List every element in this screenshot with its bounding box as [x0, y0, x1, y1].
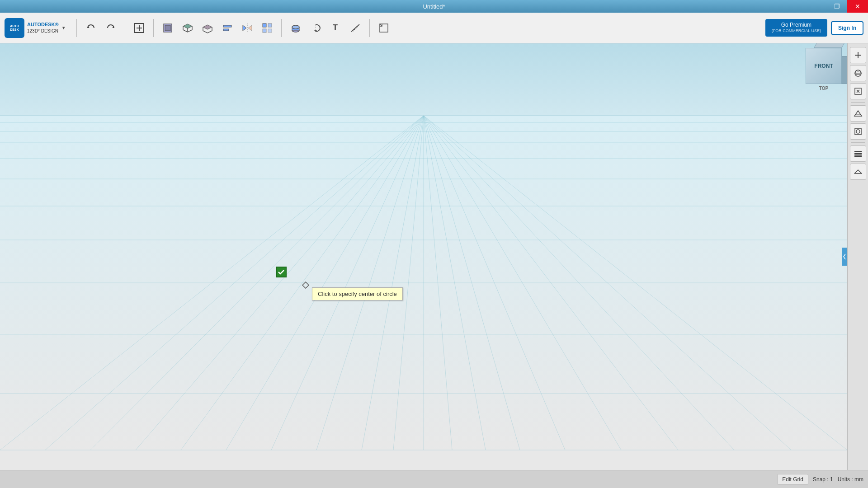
pattern-button[interactable]	[259, 20, 275, 36]
svg-rect-67	[855, 128, 861, 135]
right-panel	[847, 43, 868, 470]
primitives-button[interactable]	[160, 20, 176, 36]
svg-marker-57	[302, 282, 309, 288]
cursor-indicator	[302, 282, 309, 289]
right-panel-divider-2	[851, 142, 865, 143]
group-button[interactable]	[179, 20, 196, 36]
svg-rect-70	[854, 153, 862, 155]
svg-rect-17	[268, 29, 272, 33]
svg-text:DESK: DESK	[10, 28, 19, 31]
view-cube-face[interactable]: FRONT	[806, 48, 842, 84]
edit-grid-button[interactable]: Edit Grid	[777, 474, 808, 485]
svg-rect-16	[263, 29, 266, 33]
mirror-button[interactable]	[239, 20, 255, 36]
divider-3	[153, 19, 154, 37]
display-settings-button[interactable]	[850, 145, 866, 162]
ungroup-button[interactable]	[199, 20, 216, 36]
window-controls: — ❐ ✕	[806, 0, 868, 13]
zoom-in-button[interactable]	[850, 47, 866, 63]
divider-2	[125, 19, 125, 37]
sign-in-button[interactable]: Sign In	[831, 21, 863, 35]
units-label: Units : mm	[838, 476, 863, 483]
logo-area: AUTO DESK AUTODESK® 123D° DESIGN ▼	[5, 18, 66, 38]
app-name: AUTODESK® 123D° DESIGN	[27, 21, 59, 34]
redo-button[interactable]	[103, 20, 119, 36]
text-button[interactable]: T	[327, 20, 344, 36]
right-panel-collapse[interactable]	[842, 248, 847, 266]
svg-rect-9	[165, 25, 170, 31]
import-button[interactable]	[376, 20, 392, 36]
go-premium-button[interactable]: Go Premium (FOR COMMERCIAL USE)	[765, 19, 827, 37]
svg-rect-71	[854, 155, 862, 157]
close-button[interactable]: ✕	[847, 0, 868, 13]
ortho-button[interactable]	[850, 123, 866, 140]
svg-rect-15	[268, 23, 272, 27]
svg-rect-12	[223, 29, 229, 31]
section-plane-button[interactable]	[850, 164, 866, 180]
measure-button[interactable]	[347, 20, 363, 36]
snap-label: Snap : 1	[813, 476, 833, 483]
window-title: Untitled*	[423, 3, 445, 10]
svg-rect-14	[263, 23, 266, 27]
undo-button[interactable]	[83, 20, 99, 36]
divider-4	[281, 19, 282, 37]
svg-point-68	[856, 130, 860, 133]
viewport[interactable]: FRONT TOP Click to specify center of cir…	[0, 43, 868, 470]
toolbar: AUTO DESK AUTODESK® 123D° DESIGN ▼	[0, 13, 868, 43]
zoom-fit-button[interactable]	[850, 83, 866, 99]
new-shape-button[interactable]	[131, 20, 147, 36]
perspective-button[interactable]	[850, 105, 866, 122]
divider-1	[76, 19, 77, 37]
view-cube[interactable]: FRONT TOP	[806, 48, 842, 84]
revolve-button[interactable]	[307, 20, 324, 36]
align-button[interactable]	[219, 20, 236, 36]
divider-5	[369, 19, 370, 37]
minimize-button[interactable]: —	[806, 0, 826, 13]
grid-canvas	[0, 43, 868, 470]
restore-button[interactable]: ❐	[826, 0, 847, 13]
svg-rect-69	[854, 151, 862, 152]
logo-dropdown-arrow[interactable]: ▼	[61, 25, 66, 30]
extrude-button[interactable]	[288, 20, 304, 36]
orbit-button[interactable]	[850, 65, 866, 81]
confirm-button[interactable]	[276, 267, 287, 277]
title-bar: Untitled* — ❐ ✕	[0, 0, 868, 13]
svg-point-20	[292, 25, 299, 29]
header-right-buttons: Go Premium (FOR COMMERCIAL USE) Sign In	[765, 19, 863, 37]
right-panel-divider	[851, 102, 865, 103]
status-bar: Edit Grid Snap : 1 Units : mm	[0, 470, 868, 488]
svg-rect-11	[223, 25, 231, 27]
tooltip: Click to specify center of circle	[312, 287, 403, 300]
svg-text:AUTO: AUTO	[10, 24, 19, 28]
autodesk-logo: AUTO DESK	[5, 18, 24, 38]
